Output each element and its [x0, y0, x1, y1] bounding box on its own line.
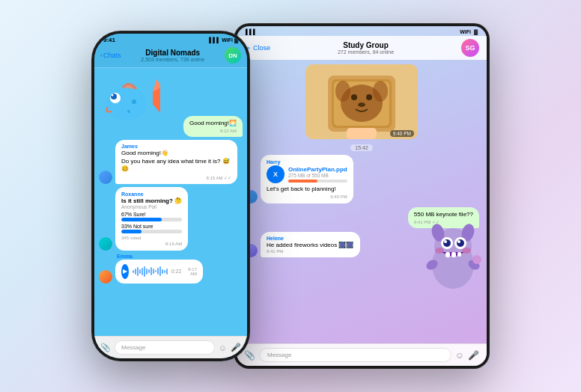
tablet-chat-avatar[interactable]: SG [461, 39, 479, 57]
attach-icon[interactable]: 📎 [100, 343, 111, 352]
poll-bubble: Roxanne Is it still morning? 🤔 Anonymous… [115, 187, 188, 251]
tablet-chat-area: 9:40 PM 15:42 Harry X OnlinePartyPlan.pp… [237, 60, 487, 343]
svg-point-35 [435, 248, 444, 254]
tablet-message-input[interactable]: Message [259, 348, 451, 362]
tablet-wifi-icon: WiFi [460, 29, 471, 34]
tablet-attach-icon[interactable]: 📎 [244, 350, 255, 361]
svg-rect-29 [445, 252, 450, 257]
poll-time: 8:16 AM [121, 242, 182, 246]
wifi-icon: WiFi [222, 37, 233, 43]
poll-bar-bg [121, 230, 182, 233]
file-size: 275 MB of 550 MB [288, 173, 347, 178]
fish-sticker [100, 76, 160, 128]
emoji-icon[interactable]: ☺ [219, 343, 227, 352]
play-button[interactable]: ▶ [121, 264, 129, 279]
svg-point-25 [443, 239, 451, 247]
audio-waveform [133, 266, 168, 278]
harry-sender-name: Harry [267, 159, 347, 165]
phone-chat-area: Good morning!🌅 8:12 AM James Good mornin… [94, 68, 247, 336]
phone-status-icons: ▌▌▌ WiFi ▓ [209, 37, 238, 43]
mic-icon[interactable]: 🎤 [231, 343, 241, 352]
battery-icon: ▓ [234, 37, 238, 43]
harry-message-text: Let's get back to planning! [267, 186, 347, 193]
phone-screen: 9:41 ▌▌▌ WiFi ▓ ‹ Chats Digital Nomads 2… [94, 34, 247, 358]
tablet-chat-title: Study Group [276, 41, 455, 49]
poll-votes: 345 voted [121, 236, 182, 240]
audio-bubble: Emma ▶ [115, 254, 219, 284]
message-james-morning: Good morning!🌅 8:12 AM [183, 116, 243, 137]
sender-name: James [121, 144, 231, 149]
audio-message[interactable]: ▶ [115, 260, 203, 284]
tablet-header: ✏ Close Study Group 272 members, 84 onli… [237, 36, 487, 60]
tablet-signal-icon: ▌▌▌ [246, 29, 257, 34]
back-button[interactable]: ‹ Chats [100, 52, 121, 59]
audio-sender: Emma [117, 254, 219, 259]
poll-option-label: 67% Sure! [121, 212, 182, 217]
tablet-device: ▌▌▌ WiFi ▓ ✏ Close Study Group 272 membe… [234, 24, 489, 368]
helene-message-time: 9:41 PM [267, 249, 354, 254]
tablet-screen: ▌▌▌ WiFi ▓ ✏ Close Study Group 272 membe… [237, 26, 487, 366]
tablet-emoji-icon[interactable]: ☺ [455, 350, 464, 361]
file-icon: X [267, 165, 285, 183]
back-label: Chats [103, 52, 121, 59]
tablet-status-bar: ▌▌▌ WiFi ▓ [237, 26, 487, 36]
tablet-battery-icon: ▓ [474, 29, 478, 34]
phone-message-input[interactable]: Message [115, 340, 215, 355]
message-time: 8:15 AM ✓✓ [121, 175, 231, 180]
message-james-reply: James Good morning!👋Do you have any idea… [115, 140, 237, 183]
poll-type: Anonymous Poll [121, 204, 182, 209]
svg-point-34 [472, 255, 481, 264]
helene-message-text: He added fireworks videos 🎆🎆 [267, 242, 354, 249]
audio-time: 8:17 AM [188, 267, 197, 276]
phone-time: 9:41 [103, 37, 115, 43]
tablet-mic-icon[interactable]: 🎤 [468, 350, 479, 361]
phone-chat-avatar[interactable]: DN [225, 47, 241, 64]
poll-option-2: 33% Not sure [121, 224, 182, 233]
svg-point-5 [112, 94, 114, 97]
message-text: Good morning!👋Do you have any idea what … [121, 150, 231, 173]
harry-message-row: Harry X OnlinePartyPlan.ppd 275 MB of 55… [244, 155, 479, 203]
harry-message-time: 9:40 PM [267, 195, 347, 199]
chevron-left-icon: ‹ [100, 52, 103, 59]
phone-device: 9:41 ▌▌▌ WiFi ▓ ‹ Chats Digital Nomads 2… [92, 31, 249, 361]
file-progress-fill [288, 180, 317, 183]
tablet-input-placeholder: Message [267, 352, 291, 358]
svg-point-27 [444, 240, 447, 243]
svg-point-7 [127, 110, 130, 113]
message-row-audio: Emma ▶ [99, 254, 243, 284]
tablet-input-bar: 📎 Message ☺ 🎤 [237, 343, 487, 366]
svg-point-0 [106, 88, 147, 120]
svg-point-16 [335, 81, 350, 102]
phone-chat-title: Digital Nomads [126, 49, 220, 57]
svg-point-15 [358, 102, 365, 107]
tablet-status-icons: WiFi ▓ [460, 29, 478, 34]
james-avatar [99, 171, 112, 184]
phone-input-bar: 📎 Message ☺ 🎤 [94, 336, 247, 358]
poll-question: Is it still morning? 🤔 [121, 197, 182, 204]
phone-status-bar: 9:41 ▌▌▌ WiFi ▓ [94, 34, 247, 45]
close-button[interactable]: Close [253, 44, 270, 52]
toast-image-container: 9:40 PM [305, 64, 418, 141]
poll-option-1: 67% Sure! [121, 212, 182, 221]
svg-point-14 [366, 94, 372, 100]
file-name: OnlinePartyPlan.ppd [288, 166, 347, 173]
svg-point-6 [132, 99, 136, 104]
phone-header: ‹ Chats Digital Nomads 2,503 members, 73… [94, 45, 247, 68]
message-time: 8:12 AM [189, 129, 237, 133]
message-text: Good morning!🌅 [189, 120, 237, 127]
phone-chat-subtitle: 2,503 members, 736 online [126, 57, 220, 62]
timestamp-1542: 15:42 [350, 144, 373, 151]
svg-rect-18 [347, 128, 377, 139]
toast-image [305, 64, 418, 139]
helene-message: Helene He added fireworks videos 🎆🎆 9:41… [261, 232, 360, 257]
emma-avatar [99, 270, 112, 284]
svg-point-28 [457, 240, 460, 243]
message-row-poll: Roxanne Is it still morning? 🤔 Anonymous… [99, 187, 243, 251]
poll-bar-fill [121, 230, 142, 233]
roxanne-avatar [99, 237, 112, 251]
svg-rect-31 [457, 252, 461, 257]
harry-file-bubble: Harry X OnlinePartyPlan.ppd 275 MB of 55… [261, 155, 353, 203]
image-time: 9:40 PM [390, 130, 414, 137]
tablet-chat-subtitle: 272 members, 84 online [276, 49, 455, 55]
poll-option-label: 33% Not sure [121, 224, 182, 229]
